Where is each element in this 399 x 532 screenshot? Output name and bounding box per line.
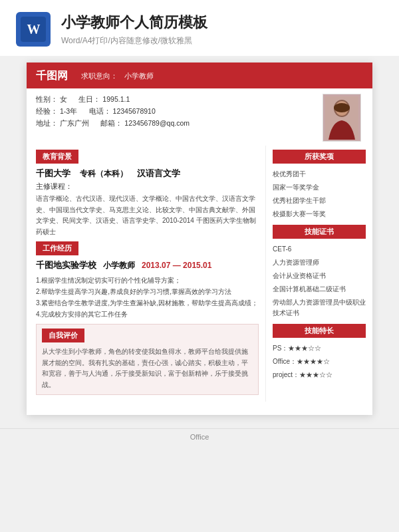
awards-list: 校优秀团干国家一等奖学金优秀社团学生干部校摄影大赛一等奖 — [273, 168, 366, 221]
word-icon-inner: W — [21, 17, 46, 42]
exp-label: 经验： — [36, 107, 58, 115]
cert-item: 人力资源管理师 — [273, 256, 366, 269]
self-eval-text: 从大学生到小学教师，角色的转变使我如鱼得水，教师平台给我提供施展才能的空间。我有… — [42, 346, 253, 390]
self-eval-label: 自我评价 — [42, 329, 84, 342]
location-label: 地址： — [36, 119, 58, 127]
edu-course-label: 主修课程： — [36, 182, 259, 192]
award-item: 国家一等奖学金 — [273, 181, 366, 194]
resume-info-left: 性别： 女 生日： 1995.1.1 经验： 1-3年 电话： 12345678… — [36, 94, 315, 142]
work-desc-item: 4.完成校方安排的其它工作任务 — [36, 309, 259, 320]
work-desc-item: 1.根据学生情况制定切实可行的个性化辅导方案； — [36, 275, 259, 286]
work-section-label: 工作经历 — [36, 241, 78, 255]
resume-info-area: 性别： 女 生日： 1995.1.1 经验： 1-3年 电话： 12345678… — [27, 88, 372, 146]
edu-school: 千图大学 — [36, 168, 70, 180]
app-subtitle: Word/A4打印/内容随意修改/微软雅黑 — [61, 35, 207, 47]
self-eval-section: 自我评价 从大学生到小学教师，角色的转变使我如鱼得水，教师平台给我提供施展才能的… — [36, 324, 259, 395]
resume-right-column: 所获奖项 校优秀团干国家一等奖学金优秀社团学生干部校摄影大赛一等奖 技能证书 C… — [266, 146, 372, 402]
awards-section: 所获奖项 校优秀团干国家一等奖学金优秀社团学生干部校摄影大赛一等奖 — [273, 150, 366, 221]
cert-item: 劳动部人力资源管理员中级职业技术证书 — [273, 296, 366, 320]
skill-item: project：★★★☆☆ — [273, 368, 366, 382]
cert-item: 会计从业资格证书 — [273, 269, 366, 283]
awards-label: 所获奖项 — [273, 150, 366, 164]
certs-section: 技能证书 CET-6人力资源管理师会计从业资格证书全国计算机基础二级证书劳动部人… — [273, 225, 366, 320]
edu-degree: 专科（本科） — [80, 168, 128, 180]
app-title-block: 小学教师个人简历模板 Word/A4打印/内容随意修改/微软雅黑 — [61, 13, 207, 47]
skills-section: 技能特长 PS：★★★☆☆Office：★★★★☆project：★★★☆☆ — [273, 324, 366, 382]
resume-job-value: 小学教师 — [124, 71, 154, 81]
resume-document: 千图网 求职意向： 小学教师 性别： 女 生日： 1995.1.1 经验： 1-… — [27, 63, 372, 415]
resume-name: 千图网 — [36, 69, 68, 83]
page-footer: Office — [0, 428, 399, 445]
location-value: 广东广州 — [60, 119, 89, 127]
education-section-label: 教育背景 — [36, 150, 78, 164]
phone-value: 12345678910 — [113, 107, 156, 115]
email-value: 123456789@qq.com — [124, 119, 190, 127]
certs-list: CET-6人力资源管理师会计从业资格证书全国计算机基础二级证书劳动部人力资源管理… — [273, 243, 366, 320]
work-desc-item: 2.帮助学生提高学习兴趣,养成良好的学习习惯,掌握高效的学习方法 — [36, 286, 259, 297]
work-title-row: 千图地实验学校 小学教师 2013.07 — 2015.01 — [36, 259, 259, 271]
birthday-value: 1995.1.1 — [102, 95, 130, 103]
resume-header-bar: 千图网 求职意向： 小学教师 — [27, 63, 372, 88]
resume-body: 教育背景 千图大学 专科（本科） 汉语言文学 主修课程： 语言学概论、古代汉语、… — [27, 146, 372, 402]
birthday-label: 生日： — [78, 95, 100, 103]
edu-course-text: 语言学概论、古代汉语、现代汉语、文学概论、中国古代文学、汉语言文学史、中国现当代… — [36, 194, 259, 237]
work-section: 工作经历 千图地实验学校 小学教师 2013.07 — 2015.01 1.根据… — [36, 237, 259, 320]
skills-list: PS：★★★☆☆Office：★★★★☆project：★★★☆☆ — [273, 342, 366, 382]
app-title: 小学教师个人简历模板 — [61, 13, 207, 33]
word-icon: W — [16, 12, 51, 47]
skill-item: Office：★★★★☆ — [273, 355, 366, 368]
resume-job-label: 求职意向： — [81, 71, 118, 81]
avatar — [323, 94, 361, 142]
exp-value: 1-3年 — [60, 107, 77, 115]
work-school: 千图地实验学校 — [36, 259, 96, 271]
gender-value: 女 — [60, 95, 67, 103]
info-exp-row: 经验： 1-3年 电话： 12345678910 — [36, 106, 315, 118]
info-location-row: 地址： 广东广州 邮箱： 123456789@qq.com — [36, 118, 315, 130]
work-date: 2013.07 — 2015.01 — [142, 261, 211, 270]
cert-item: 全国计算机基础二级证书 — [273, 283, 366, 296]
skills-label: 技能特长 — [273, 324, 366, 338]
award-item: 校摄影大赛一等奖 — [273, 207, 366, 221]
award-item: 优秀社团学生干部 — [273, 194, 366, 207]
edu-major: 汉语言文学 — [137, 168, 180, 180]
gender-label: 性别： — [36, 95, 58, 103]
phone-label: 电话： — [89, 107, 111, 115]
award-item: 校优秀团干 — [273, 168, 366, 181]
edu-title-row: 千图大学 专科（本科） 汉语言文学 — [36, 168, 259, 180]
cert-item: CET-6 — [273, 243, 366, 256]
resume-info-right — [320, 94, 363, 142]
footer-text: Office — [190, 433, 209, 441]
skill-item: PS：★★★☆☆ — [273, 342, 366, 355]
info-gender-row: 性别： 女 生日： 1995.1.1 — [36, 94, 315, 106]
work-desc: 1.根据学生情况制定切实可行的个性化辅导方案；2.帮助学生提高学习兴趣,养成良好… — [36, 275, 259, 320]
email-label: 邮箱： — [100, 119, 122, 127]
education-section: 教育背景 千图大学 专科（本科） 汉语言文学 主修课程： 语言学概论、古代汉语、… — [36, 146, 259, 237]
svg-point-3 — [334, 103, 350, 112]
app-header: W 小学教师个人简历模板 Word/A4打印/内容随意修改/微软雅黑 — [0, 0, 399, 56]
work-position: 小学教师 — [103, 260, 135, 271]
certs-label: 技能证书 — [273, 225, 366, 239]
work-desc-item: 3.紧密结合学生教学进度,为学生查漏补缺,因材施教，帮助学生提高高成绩； — [36, 297, 259, 309]
avatar-svg — [325, 96, 358, 140]
footer-row: Office — [0, 433, 399, 441]
resume-left-column: 教育背景 千图大学 专科（本科） 汉语言文学 主修课程： 语言学概论、古代汉语、… — [27, 146, 266, 402]
